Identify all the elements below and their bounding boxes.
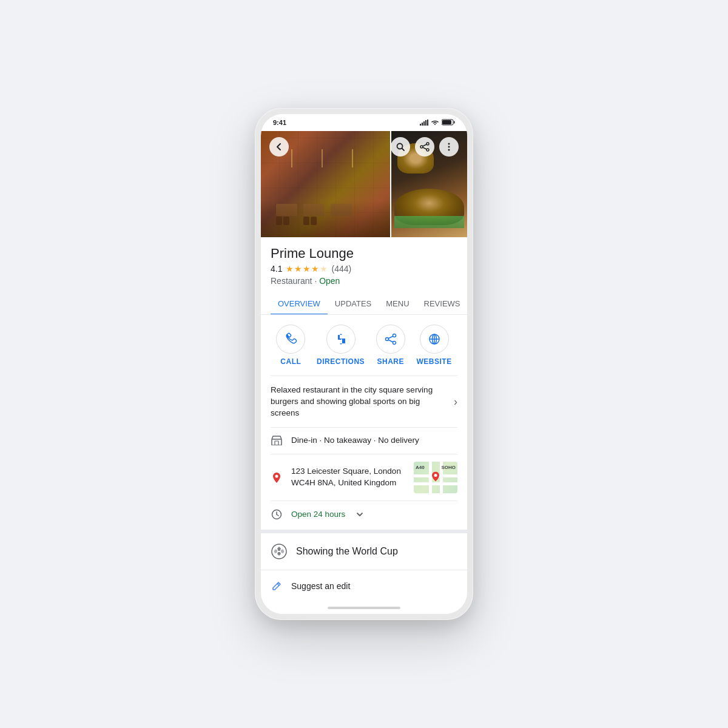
tab-overview[interactable]: OVERVIEW <box>271 293 328 314</box>
burger-filling <box>394 216 464 228</box>
chair-decor <box>303 217 309 225</box>
svg-point-30 <box>434 474 437 477</box>
expand-icon[interactable] <box>355 510 365 519</box>
star-1: ★ <box>286 264 294 274</box>
tab-menu[interactable]: MENU <box>379 293 416 314</box>
hours-row[interactable]: Open 24 hours <box>271 501 457 527</box>
table-decor <box>276 204 297 216</box>
phone-device: 9:41 <box>255 108 473 621</box>
tabs-bar: OVERVIEW UPDATES MENU REVIEWS PHOTOS <box>261 293 467 315</box>
world-cup-feature-row: Showing the World Cup <box>261 533 467 570</box>
svg-line-22 <box>388 340 393 342</box>
star-2: ★ <box>294 264 302 274</box>
map-label-a40: A40 <box>416 465 455 470</box>
svg-marker-36 <box>281 549 285 553</box>
svg-point-18 <box>393 334 396 337</box>
website-icon-circle <box>420 325 449 354</box>
bottom-panel: Showing the World Cup Suggest an edit <box>261 530 467 602</box>
dine-info-row: Dine-in · No takeaway · No delivery <box>271 428 457 454</box>
description-row[interactable]: Relaxed restaurant in the city square se… <box>271 376 457 428</box>
map-pin-icon <box>432 472 439 482</box>
search-button[interactable] <box>391 137 410 157</box>
wifi-icon <box>431 120 439 126</box>
svg-point-16 <box>448 146 450 147</box>
directions-icon-circle <box>326 325 356 354</box>
battery-icon <box>442 119 455 126</box>
status-icons <box>420 119 455 126</box>
category-row: Restaurant · Open <box>271 276 457 286</box>
svg-point-10 <box>426 143 429 145</box>
website-label: WEBSITE <box>416 357 451 366</box>
photo-controls <box>261 131 467 163</box>
website-button[interactable]: WEBSITE <box>416 325 451 366</box>
chair-decor <box>276 217 282 225</box>
share-label: SHARE <box>377 357 405 366</box>
road-h2 <box>414 482 457 485</box>
star-rating: ★ ★ ★ ★ ★ <box>286 264 328 274</box>
more-icon <box>444 142 454 152</box>
status-time: 9:41 <box>273 119 286 126</box>
location-icon <box>271 473 283 484</box>
pencil-icon <box>271 580 283 592</box>
chevron-right-icon: › <box>454 396 457 408</box>
clock-icon <box>271 509 283 520</box>
directions-button[interactable]: DIRECTIONS <box>317 325 365 366</box>
more-button[interactable] <box>439 137 459 157</box>
svg-point-20 <box>393 341 396 344</box>
directions-icon <box>334 332 348 346</box>
svg-point-12 <box>426 149 429 151</box>
rating-number: 4.1 <box>271 264 282 274</box>
soccer-ball-icon <box>271 543 288 560</box>
soccer-icon <box>271 543 288 560</box>
review-count: (444) <box>331 264 351 274</box>
description-text: Relaxed restaurant in the city square se… <box>271 385 449 419</box>
suggest-edit-text: Suggest an edit <box>291 581 350 591</box>
pin-icon <box>272 473 281 484</box>
search-icon <box>396 142 405 152</box>
directions-label: DIRECTIONS <box>317 357 365 366</box>
dine-text: Dine-in · No takeaway · No delivery <box>291 435 457 447</box>
call-label: CALL <box>280 357 301 366</box>
phone-screen: 9:41 <box>261 114 467 615</box>
chair-decor <box>311 217 317 225</box>
svg-marker-37 <box>274 549 278 553</box>
svg-marker-35 <box>277 547 281 551</box>
svg-line-9 <box>402 148 405 150</box>
svg-point-34 <box>272 544 286 559</box>
svg-rect-6 <box>442 120 451 124</box>
action-buttons: CALL DIRECTIONS <box>271 315 457 376</box>
svg-line-39 <box>277 584 279 585</box>
tab-reviews[interactable]: REVIEWS <box>417 293 467 314</box>
svg-point-17 <box>448 149 450 150</box>
svg-point-15 <box>448 143 450 144</box>
bottom-panel-inner: Showing the World Cup Suggest an edit <box>261 533 467 602</box>
photo-ctrl-right <box>391 137 459 157</box>
share-icon <box>384 332 397 346</box>
website-icon <box>428 332 441 346</box>
address-row[interactable]: 123 Leicester Square, London WC4H 8NA, U… <box>271 454 457 501</box>
svg-rect-7 <box>454 121 455 124</box>
svg-rect-28 <box>275 441 278 445</box>
star-3: ★ <box>303 264 311 274</box>
share-photo-button[interactable] <box>415 137 434 157</box>
map-thumbnail[interactable]: SOHO A40 <box>414 462 457 493</box>
call-button[interactable]: CALL <box>276 325 305 366</box>
back-button[interactable] <box>269 137 289 157</box>
svg-rect-4 <box>427 120 428 126</box>
tab-updates[interactable]: UPDATES <box>328 293 379 314</box>
store-icon <box>271 436 282 445</box>
hours-text: Open 24 hours <box>291 510 345 519</box>
share-button[interactable]: SHARE <box>376 325 405 366</box>
table-decor <box>303 204 325 216</box>
suggest-edit-row[interactable]: Suggest an edit <box>261 570 467 602</box>
table-decor <box>331 204 352 216</box>
svg-point-11 <box>420 146 423 148</box>
svg-point-29 <box>275 474 278 477</box>
svg-point-19 <box>385 337 388 340</box>
chair-decor <box>283 217 289 225</box>
svg-line-33 <box>277 514 278 516</box>
share-icon-circle <box>376 325 405 354</box>
photo-area <box>261 131 467 237</box>
svg-line-13 <box>423 144 426 146</box>
status-bar: 9:41 <box>261 114 467 131</box>
